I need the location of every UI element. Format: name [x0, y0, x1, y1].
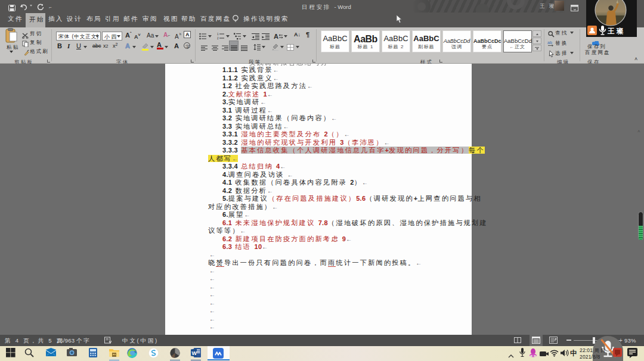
- svg-text:W: W: [192, 350, 197, 356]
- svg-text:ab: ab: [547, 41, 552, 45]
- svg-text:1: 1: [217, 33, 219, 36]
- svg-text:A: A: [274, 33, 278, 40]
- svg-text:2: 2: [217, 37, 219, 40]
- svg-text:A: A: [175, 33, 179, 40]
- svg-text:b: b: [179, 32, 181, 36]
